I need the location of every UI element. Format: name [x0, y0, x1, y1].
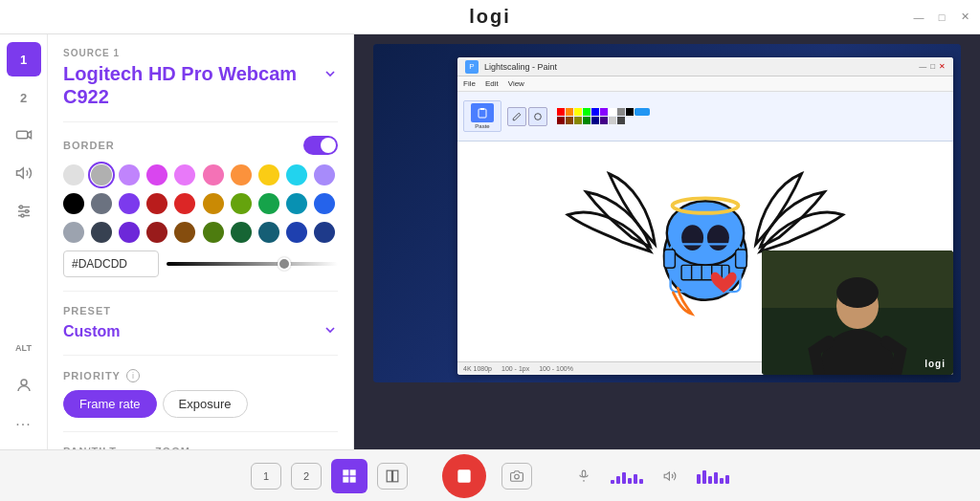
color-swatch-amber[interactable] — [203, 193, 224, 214]
sidebar-item-user[interactable] — [7, 369, 41, 403]
hex-row — [63, 250, 338, 277]
pip-person-view: logi — [762, 250, 953, 375]
hex-slider[interactable] — [167, 262, 338, 266]
color-swatch-brown[interactable] — [174, 222, 195, 243]
svg-rect-34 — [387, 470, 391, 482]
frame-rate-btn[interactable]: Frame rate — [63, 390, 157, 418]
layout-1-btn[interactable] — [331, 459, 368, 493]
svg-marker-2 — [16, 167, 23, 178]
layout-2-btn[interactable] — [377, 463, 408, 490]
svg-rect-25 — [736, 250, 747, 268]
sidebar-item-volume[interactable] — [7, 157, 41, 191]
bottom-source-1-btn[interactable]: 1 — [251, 463, 281, 490]
color-swatch-teal[interactable] — [286, 164, 307, 185]
color-swatch-darkgray[interactable] — [91, 193, 112, 214]
priority-row: Frame rate Exposure — [63, 390, 338, 418]
color-swatch-orange[interactable] — [231, 164, 252, 185]
color-swatch-pink1[interactable] — [174, 164, 195, 185]
color-swatch-darkcyan[interactable] — [258, 222, 279, 243]
alt-icon: ALT — [15, 343, 32, 353]
svg-point-7 — [25, 209, 28, 212]
svg-rect-0 — [16, 131, 27, 139]
close-btn[interactable]: ✕ — [959, 11, 970, 23]
preset-dropdown-btn[interactable] — [323, 322, 338, 341]
color-swatch-purple3[interactable] — [119, 193, 140, 214]
window-controls: — □ ✕ — [913, 0, 970, 33]
menu-edit: Edit — [485, 79, 499, 88]
svg-rect-24 — [664, 250, 676, 268]
pip-logi-logo: logi — [924, 359, 946, 369]
record-btn[interactable] — [442, 454, 486, 498]
svg-rect-31 — [350, 469, 356, 475]
mic-btn[interactable] — [567, 459, 601, 493]
menu-view: View — [508, 79, 524, 88]
color-swatch-deepviolet[interactable] — [119, 222, 140, 243]
sidebar-item-sliders[interactable] — [7, 195, 41, 229]
border-toggle[interactable] — [303, 136, 338, 155]
svg-rect-11 — [479, 109, 486, 118]
color-swatch-lightgray2[interactable] — [63, 222, 84, 243]
svg-point-9 — [21, 380, 27, 385]
color-grid-2 — [63, 193, 338, 214]
priority-info-icon[interactable]: i — [126, 369, 140, 382]
color-swatch-purple2[interactable] — [146, 164, 167, 185]
divider-1 — [63, 121, 338, 122]
hex-input[interactable] — [63, 250, 159, 277]
sidebar-item-2[interactable]: 2 — [7, 80, 41, 115]
status-size: 100 - 1px — [501, 365, 529, 372]
color-swatch-blue[interactable] — [314, 193, 335, 214]
svg-marker-40 — [664, 471, 669, 479]
color-swatch-darknavy[interactable] — [314, 222, 335, 243]
svg-rect-36 — [457, 469, 470, 482]
sidebar-item-more[interactable]: ··· — [7, 407, 41, 442]
paint-title: Lightscaling - Paint — [484, 62, 557, 72]
color-swatch-navy[interactable] — [286, 222, 307, 243]
color-swatch-yellow[interactable] — [258, 164, 279, 185]
svg-point-8 — [21, 214, 24, 217]
exposure-btn[interactable]: Exposure — [163, 390, 248, 418]
status-dimensions: 4K 1080p — [463, 365, 492, 372]
svg-rect-38 — [582, 470, 586, 476]
sidebar-item-video[interactable] — [7, 119, 41, 153]
icon-sidebar: 1 2 — [0, 34, 48, 449]
svg-rect-30 — [343, 469, 348, 475]
color-swatch-darkred[interactable] — [146, 193, 167, 214]
color-swatch-crimson[interactable] — [146, 222, 167, 243]
svg-point-16 — [707, 225, 729, 250]
color-swatch-pink2[interactable] — [203, 164, 224, 185]
source-buttons: 1 2 — [251, 459, 408, 493]
color-swatch-lavender[interactable] — [314, 164, 335, 185]
color-swatch-w1[interactable] — [63, 164, 84, 185]
svg-point-12 — [535, 113, 542, 120]
camera-btn[interactable] — [501, 463, 532, 490]
preview-area: ■ Sc ⊞ ◆ P Light — [354, 34, 980, 449]
sidebar-item-alt[interactable]: ALT — [7, 331, 41, 365]
color-swatch-black[interactable] — [63, 193, 84, 214]
maximize-btn[interactable]: □ — [936, 11, 947, 23]
divider-3 — [63, 355, 338, 356]
color-swatch-gray[interactable] — [91, 164, 112, 185]
svg-marker-1 — [27, 131, 31, 139]
user-icon — [15, 377, 33, 397]
app-logo: logi — [469, 6, 511, 28]
color-swatch-cyan[interactable] — [286, 193, 307, 214]
source-dropdown-btn[interactable] — [323, 66, 338, 85]
svg-point-29 — [836, 277, 879, 308]
color-swatch-red[interactable] — [174, 193, 195, 214]
color-swatch-forest[interactable] — [231, 222, 252, 243]
color-swatch-green1[interactable] — [231, 193, 252, 214]
menu-file: File — [463, 79, 476, 88]
preset-row: Custom — [63, 322, 338, 341]
more-icon: ··· — [15, 416, 31, 433]
volume-btn[interactable] — [653, 459, 687, 493]
color-swatch-green2[interactable] — [258, 193, 279, 214]
color-swatch-charcoal[interactable] — [91, 222, 112, 243]
bottom-source-2-btn[interactable]: 2 — [291, 463, 322, 490]
color-grid-3 — [63, 222, 338, 243]
pip-webcam: logi — [762, 250, 953, 375]
control-panel: SOURCE 1 Logitech HD Pro Webcam C922 BOR… — [48, 34, 354, 449]
color-swatch-purple1[interactable] — [119, 164, 140, 185]
sidebar-item-1[interactable]: 1 — [7, 42, 41, 76]
minimize-btn[interactable]: — — [913, 11, 924, 23]
color-swatch-olive[interactable] — [203, 222, 224, 243]
